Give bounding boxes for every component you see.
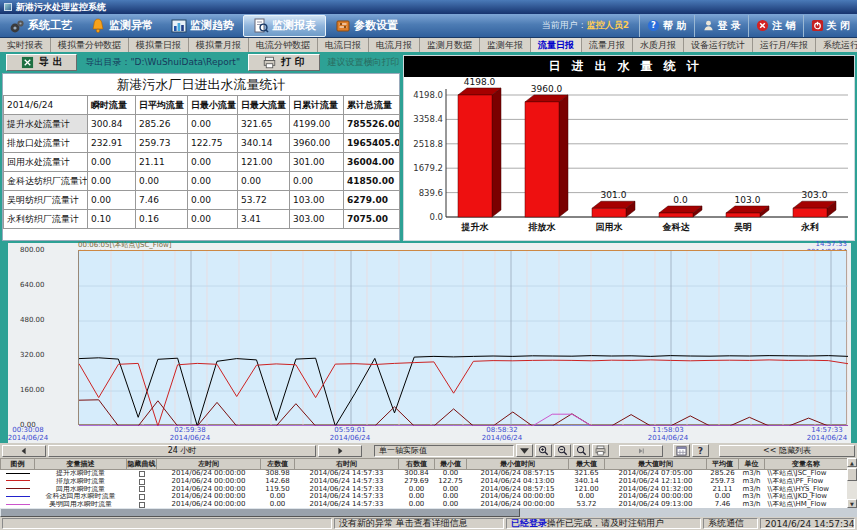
trend-chart-area: 00:06:05[\本站点\JSC_Flow] 2014/09/24 14:57…	[8, 243, 851, 443]
legend-cell: 308.98	[261, 470, 295, 478]
export-button[interactable]: 导 出	[6, 54, 77, 71]
tab-13[interactable]: 设备运行统计	[684, 38, 753, 52]
menu-item-5[interactable]: 参数设置	[326, 15, 407, 37]
bar-2: 3960.0排放水	[525, 84, 568, 232]
svg-text:3960.0: 3960.0	[531, 84, 563, 94]
zoom-out-button[interactable]	[554, 444, 571, 457]
main-menubar: 系统工艺监测异常监测趋势监测报表参数设置 当前用户： 监控人员2 ?帮 助登 录…	[0, 14, 857, 38]
legend-cell: 122.75	[435, 478, 467, 486]
print-hint-label: 建议设置横向打印	[328, 56, 400, 69]
export-button-label: 导 出	[39, 55, 62, 69]
legend-cell: m3/h	[739, 470, 765, 478]
svg-text:回用水: 回用水	[596, 222, 624, 232]
report-cell: 301.00	[290, 153, 344, 172]
trend-x-tick-label: 11:58:032014/06/24	[648, 427, 688, 442]
play-button[interactable]	[619, 445, 663, 457]
trend-y-tick-label: 160.00	[20, 386, 45, 394]
zoom-reset-button[interactable]	[573, 444, 590, 457]
time-range-scrollbar-thumb[interactable]: 24 小时	[48, 445, 316, 457]
curve-color-swatch	[6, 488, 30, 489]
legend-cell: 2014/06/24 01:32:00	[605, 486, 707, 494]
menu-item-label: 系统工艺	[28, 18, 72, 33]
report-row: 永利纺织厂流量计0.100.160.003.41303.007075.00	[4, 210, 400, 229]
question-icon: ?	[695, 445, 706, 456]
export-dir-label: 导出目录："D:\WuShuiData\Report"	[85, 56, 240, 69]
hide-curve-checkbox[interactable]	[139, 486, 145, 492]
help-trend-button[interactable]: ?	[692, 444, 709, 457]
legend-row[interactable]: 金科达回用水瞬时流量2014/06/24 00:00:000.002014/06…	[1, 493, 848, 501]
legend-row[interactable]: 回用水瞬时流量2014/06/24 00:00:00119.502014/06/…	[1, 486, 848, 494]
report-column-header: 累计总流量	[344, 96, 400, 115]
status-alert-segment[interactable]: 没有新的异常 单击查看详细信息	[334, 518, 504, 529]
value-mode-dropdown[interactable]: 单一轴实际值	[374, 445, 514, 457]
tab-7[interactable]: 电流月报	[369, 38, 420, 52]
hide-curve-checkbox[interactable]	[139, 479, 145, 485]
menu-item-label: 监测趋势	[190, 18, 234, 33]
legend-row[interactable]: 提升水瞬时流量2014/06/24 00:00:00308.982014/06/…	[1, 470, 848, 478]
legend-cell: 21.11	[707, 486, 739, 494]
legend-cell: 119.50	[261, 486, 295, 494]
report-title: 新港污水厂日进出水流量统计	[3, 74, 399, 95]
tab-10[interactable]: 流量日报	[531, 38, 582, 52]
svg-text:103.0: 103.0	[735, 195, 761, 205]
trend-plot[interactable]	[78, 250, 847, 425]
legend-column-header: 图例	[1, 459, 35, 470]
svg-text:1679.2: 1679.2	[413, 163, 443, 173]
legend-vertical-scrollbar[interactable]: ▲ ▼	[847, 458, 857, 508]
tab-1[interactable]: 实时报表	[0, 38, 51, 52]
tab-2[interactable]: 模拟量分钟数据	[51, 38, 129, 52]
menu-button-4[interactable]: 关 闭	[803, 15, 857, 37]
tab-15[interactable]: 系统运行日志	[816, 38, 857, 52]
tab-6[interactable]: 电流日报	[318, 38, 369, 52]
tab-4[interactable]: 模拟量月报	[189, 38, 249, 52]
scroll-right-button[interactable]	[318, 445, 362, 457]
report-cell: 21.11	[136, 153, 188, 172]
scroll-down-arrow-icon[interactable]: ▼	[847, 499, 857, 508]
menu-item-3[interactable]: 监测趋势	[162, 15, 243, 37]
tab-8[interactable]: 监测月数据	[420, 38, 480, 52]
menu-button-2[interactable]: 登 录	[694, 15, 748, 37]
hide-curve-checkbox[interactable]	[139, 494, 145, 500]
tab-3[interactable]: 模拟量日报	[129, 38, 189, 52]
hide-curve-checkbox[interactable]	[139, 471, 145, 477]
menu-item-1[interactable]: 系统工艺	[0, 15, 81, 37]
dropdown-arrow-button[interactable]	[516, 444, 533, 457]
calendar-button[interactable]	[673, 444, 690, 457]
hide-list-button[interactable]: << 隐藏列表	[719, 445, 855, 457]
tab-12[interactable]: 水质月报	[633, 38, 684, 52]
settings-icon	[335, 18, 351, 34]
curve-description: 回用水瞬时流量	[35, 486, 127, 494]
legend-horizontal-scrollbar[interactable]	[0, 508, 857, 517]
tab-9[interactable]: 监测年报	[480, 38, 531, 52]
legend-cell: 321.65	[569, 470, 605, 478]
print-trend-button[interactable]	[592, 444, 609, 457]
menu-button-1[interactable]: ?帮 助	[639, 15, 693, 37]
menu-item-2[interactable]: 监测异常	[81, 15, 162, 37]
legend-cell: 2014/06/24 00:00:00	[157, 493, 261, 501]
print-button[interactable]: 打 印	[248, 54, 319, 71]
svg-text:2518.8: 2518.8	[413, 139, 443, 149]
horizontal-scroll-thumb[interactable]	[0, 508, 520, 517]
report-cell: 121.00	[238, 153, 290, 172]
report-toolbar: 导 出 导出目录："D:\WuShuiData\Report" 打 印 建议设置…	[0, 52, 402, 72]
report-cell: 36004.00	[344, 153, 400, 172]
report-cell: 1965405.00	[344, 134, 400, 153]
zoom-in-button[interactable]	[535, 444, 552, 457]
menu-item-4[interactable]: 监测报表	[243, 15, 326, 37]
scroll-up-arrow-icon[interactable]: ▲	[847, 458, 857, 467]
tab-14[interactable]: 运行月/年报	[753, 38, 816, 52]
variable-name: \\本站点\HYS_Flow	[765, 486, 848, 494]
vertical-scroll-thumb[interactable]	[847, 468, 857, 481]
scroll-left-button[interactable]	[2, 445, 46, 457]
tab-5[interactable]: 电流分钟数据	[249, 38, 318, 52]
report-tabstrip: 实时报表模拟量分钟数据模拟量日报模拟量月报电流分钟数据电流日报电流月报监测月数据…	[0, 38, 857, 52]
report-column-header: 瞬时流量	[88, 96, 136, 115]
curve-legend-table: 图例变量描述隐藏曲线左时间左数值右时间右数值最小值最小值时间最大值最大值时间平均…	[0, 458, 848, 509]
legend-row[interactable]: 排放水瞬时流量2014/06/24 00:00:00142.682014/06/…	[1, 478, 848, 486]
trend-y-tick-label: 800.00	[20, 246, 45, 254]
legend-cell: 2014/06/24 00:00:00	[157, 470, 261, 478]
report-column-header: 日平均流量	[136, 96, 188, 115]
menu-button-3[interactable]: 注 销	[748, 15, 802, 37]
tab-11[interactable]: 流量月报	[582, 38, 633, 52]
legend-cell: 0.00	[435, 486, 467, 494]
